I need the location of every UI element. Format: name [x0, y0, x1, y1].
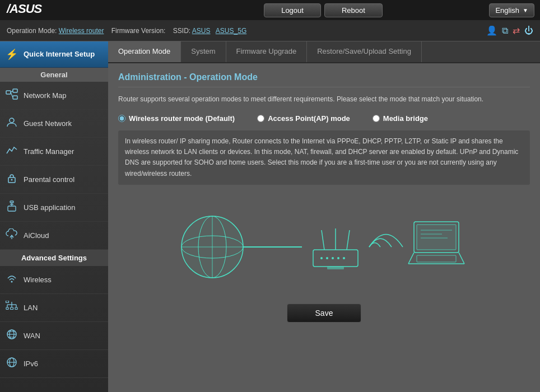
svg-point-14 — [11, 281, 13, 283]
svg-rect-45 — [417, 225, 456, 250]
usb-application-icon — [6, 200, 18, 214]
aicloud-icon — [6, 228, 18, 242]
content-area: Operation Mode System Firmware Upgrade R… — [108, 41, 540, 392]
language-label: English — [495, 6, 519, 15]
sidebar-item-traffic-manager[interactable]: Traffic Manager — [0, 138, 108, 166]
radio-wireless-router-input[interactable] — [118, 115, 125, 122]
sidebar-item-label: Traffic Manager — [24, 147, 74, 156]
sidebar-item-label: Parental control — [24, 175, 75, 184]
svg-line-5 — [11, 92, 13, 97]
svg-rect-3 — [13, 96, 17, 99]
network-map-icon — [6, 88, 18, 102]
tab-firmware-upgrade[interactable]: Firmware Upgrade — [226, 41, 308, 62]
svg-rect-9 — [10, 201, 13, 203]
svg-line-35 — [322, 230, 324, 250]
svg-text:/ASUS: /ASUS — [6, 2, 43, 16]
network-icon[interactable]: ⇄ — [513, 25, 520, 36]
sidebar-item-label: Guest Network — [24, 119, 72, 128]
top-bar: /ASUS Logout Reboot English ▼ — [0, 0, 540, 20]
sidebar-item-label: WAN — [24, 332, 40, 340]
user-icon[interactable]: 👤 — [486, 25, 497, 36]
traffic-manager-icon — [6, 144, 18, 158]
dropdown-arrow-icon: ▼ — [523, 7, 528, 13]
radio-wireless-router-label: Wireless router mode (Default) — [129, 114, 235, 123]
status-bar: Operation Mode: Wireless router Firmware… — [0, 20, 540, 41]
sidebar-item-usb-application[interactable]: USB application — [0, 194, 108, 222]
svg-point-8 — [11, 179, 13, 181]
status-text: Operation Mode: Wireless router Firmware… — [7, 27, 486, 35]
sidebar-item-parental-control[interactable]: Parental control — [0, 166, 108, 194]
sidebar-item-ipv6[interactable]: IPv6 — [0, 350, 108, 378]
svg-rect-15 — [6, 301, 9, 303]
radio-media-bridge-label: Media bridge — [383, 114, 428, 123]
advanced-settings-label: Advanced Settings — [0, 250, 108, 266]
svg-point-32 — [181, 216, 243, 278]
svg-point-39 — [326, 257, 328, 259]
svg-rect-1 — [6, 91, 11, 94]
sidebar-item-wireless[interactable]: Wireless — [0, 266, 108, 294]
mode-radio-options: Wireless router mode (Default) Access Po… — [118, 114, 530, 123]
general-section-label: General — [0, 68, 108, 82]
operation-mode-value[interactable]: Wireless router — [59, 27, 104, 35]
sidebar-item-lan[interactable]: LAN — [0, 294, 108, 322]
network-diagram — [179, 199, 470, 295]
quick-setup-label: Quick Internet Setup — [24, 50, 95, 59]
sidebar-item-label: USB application — [24, 203, 76, 212]
wan-icon — [6, 329, 18, 343]
radio-access-point-input[interactable] — [257, 115, 264, 122]
sidebar-item-aicloud[interactable]: AiCloud — [0, 222, 108, 250]
guest-network-icon — [6, 116, 18, 130]
ssid-5g-link[interactable]: ASUS_5G — [216, 27, 246, 35]
svg-point-42 — [343, 257, 345, 259]
svg-rect-10 — [8, 206, 16, 211]
svg-line-37 — [347, 230, 350, 250]
diagram-area — [118, 194, 530, 304]
svg-rect-17 — [6, 307, 8, 310]
tab-bar: Operation Mode System Firmware Upgrade R… — [108, 41, 540, 63]
tab-operation-mode[interactable]: Operation Mode — [108, 41, 181, 62]
tab-restore-save[interactable]: Restore/Save/Upload Setting — [307, 41, 422, 62]
lan-icon — [6, 301, 18, 315]
radio-media-bridge[interactable]: Media bridge — [373, 114, 428, 123]
svg-rect-34 — [313, 250, 358, 267]
radio-access-point[interactable]: Access Point(AP) mode — [257, 114, 350, 123]
page-description: Router supports several operation modes … — [118, 94, 530, 104]
sidebar: ⚡ Quick Internet Setup General Network M… — [0, 41, 108, 392]
status-icons: 👤 ⧉ ⇄ ⏻ — [486, 25, 533, 36]
mode-description: In wireless router/ IP sharing mode, Rou… — [118, 130, 530, 185]
ssid-label: SSID: — [173, 27, 190, 35]
svg-point-41 — [337, 257, 339, 259]
svg-rect-2 — [13, 89, 17, 92]
firmware-version-label: Firmware Version: — [111, 27, 166, 35]
tab-system[interactable]: System — [181, 41, 226, 62]
quick-setup-icon: ⚡ — [6, 48, 18, 60]
reboot-button[interactable]: Reboot — [324, 3, 383, 17]
power-icon[interactable]: ⏻ — [524, 26, 533, 36]
logout-button[interactable]: Logout — [264, 3, 321, 17]
parental-control-icon — [6, 172, 18, 186]
operation-mode-label: Operation Mode: — [7, 27, 57, 35]
sidebar-item-wan[interactable]: WAN — [0, 322, 108, 350]
ssid-2g-link[interactable]: ASUS — [192, 27, 211, 35]
page-title: Administration - Operation Mode — [118, 72, 530, 87]
sidebar-item-network-map[interactable]: Network Map — [0, 82, 108, 110]
svg-rect-49 — [417, 255, 456, 262]
sidebar-item-guest-network[interactable]: Guest Network — [0, 110, 108, 138]
radio-media-bridge-input[interactable] — [373, 115, 380, 122]
copy-icon[interactable]: ⧉ — [502, 26, 508, 36]
main-layout: ⚡ Quick Internet Setup General Network M… — [0, 41, 540, 392]
save-area: Save — [118, 304, 530, 332]
wireless-icon — [6, 273, 18, 287]
language-dropdown[interactable]: English ▼ — [489, 3, 534, 17]
svg-line-46 — [408, 253, 414, 264]
save-button[interactable]: Save — [287, 304, 362, 323]
page-content: Administration - Operation Mode Router s… — [108, 63, 540, 392]
asus-logo: /ASUS — [6, 1, 50, 20]
sidebar-item-quick-internet-setup[interactable]: ⚡ Quick Internet Setup — [0, 41, 108, 68]
sidebar-item-label: Wireless — [24, 276, 52, 284]
sidebar-item-label: AiCloud — [24, 231, 49, 240]
sidebar-item-label: LAN — [24, 304, 38, 312]
radio-wireless-router[interactable]: Wireless router mode (Default) — [118, 114, 235, 123]
top-bar-center: Logout Reboot — [264, 3, 383, 17]
svg-point-6 — [10, 118, 14, 123]
